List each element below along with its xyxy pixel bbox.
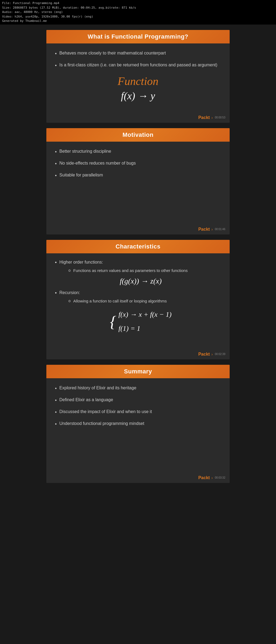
packt-logo: Packt: [198, 475, 210, 480]
slide2-bullet2: • No side-effects reduces number of bugs: [55, 160, 221, 168]
higher-order-formula: f(g(x)) → z(x): [60, 277, 221, 285]
slide3-body: • Higher order functions: o Functions as…: [46, 253, 230, 350]
slide1-header: What is Functional Programming?: [46, 30, 230, 43]
bullet-icon: •: [55, 290, 57, 296]
recursion-formula: { f(x) → x + f(x − 1) f(1) = 1: [60, 308, 221, 336]
function-display: Function f(x) → y: [55, 75, 221, 102]
slide2-title: Motivation: [52, 131, 224, 138]
slide2-header: Motivation: [46, 128, 230, 142]
bullet-icon: •: [55, 409, 57, 416]
slide4-bullet2: • Defined Elixir as a language: [55, 397, 221, 404]
higher-order-section: • Higher order functions: o Functions as…: [55, 260, 221, 286]
slide2-bullet-list: • Better structuring discipline • No sid…: [55, 148, 221, 179]
higher-order-sub1: o Functions as return values and as para…: [68, 268, 221, 274]
slide4-timestamp: 00:03:32: [215, 476, 225, 479]
slide4-title: Summary: [52, 368, 224, 375]
slide4-bullet4: • Understood functional programming mind…: [55, 420, 221, 428]
packt-chevron-icon: ›: [211, 352, 213, 356]
file-info-line3: Audio: aac, 48000 Hz, stereo (eng): [2, 10, 274, 15]
function-title: Function: [55, 75, 221, 88]
bullet-icon: •: [55, 397, 57, 404]
slide-characteristics: Characteristics • Higher order functions…: [46, 240, 230, 359]
higher-order-sub1-text: Functions as return values and as parame…: [73, 268, 188, 274]
packt-logo: Packt: [198, 227, 210, 232]
slide3-header: Characteristics: [46, 240, 230, 253]
slide3-timestamp: 00:02:39: [215, 353, 225, 356]
slide1-title: What is Functional Programming?: [52, 33, 224, 40]
function-formula: f(x) → y: [55, 90, 221, 102]
sub-bullet-icon: o: [68, 268, 71, 273]
slide2-timestamp: 00:01:46: [215, 228, 225, 231]
recursion-sub: o Allowing a function to call itself or …: [60, 298, 221, 336]
brace-formula-line2: f(1) = 1: [119, 322, 172, 336]
slide2-packt-area: Packt › 00:01:46: [46, 225, 230, 234]
slide-summary: Summary • Explored history of Elixir and…: [46, 365, 230, 483]
slide4-bullet4-text: Understood functional programming mindse…: [59, 420, 144, 427]
higher-order-sub-list: o Functions as return values and as para…: [68, 268, 221, 274]
brace-formulas: f(x) → x + f(x − 1) f(1) = 1: [119, 308, 172, 336]
bullet-icon: •: [55, 260, 57, 265]
file-info-bar: File: Functional Programming.mp4 Size: 2…: [0, 0, 276, 25]
slide-functional-programming: What is Functional Programming? • Behave…: [46, 30, 230, 123]
slide2-bullet1-text: Better structuring discipline: [59, 148, 111, 155]
slide4-bullet-list: • Explored history of Elixir and its her…: [55, 385, 221, 428]
slide1-body: • Behaves more closely to their mathemat…: [46, 43, 230, 113]
packt-chevron-icon: ›: [211, 227, 213, 231]
brace-formula-line1: f(x) → x + f(x − 1): [119, 308, 172, 322]
bullet-icon: •: [55, 62, 57, 69]
slide1-bullet2-text: Is a first-class citizen (i.e. can be re…: [59, 62, 217, 68]
slide4-packt-area: Packt › 00:03:32: [46, 473, 230, 483]
bullet-icon: •: [55, 421, 57, 428]
packt-chevron-icon: ›: [211, 115, 213, 120]
slide1-bullet1: • Behaves more closely to their mathemat…: [55, 50, 221, 57]
slide2-bullet2-text: No side-effects reduces number of bugs: [59, 160, 136, 166]
bullet-icon: •: [55, 160, 57, 168]
slide1-timestamp: 00:00:53: [215, 116, 225, 119]
brace-container: { f(x) → x + f(x − 1) f(1) = 1: [110, 308, 172, 336]
slide2-bullet1: • Better structuring discipline: [55, 148, 221, 156]
sub-bullet-icon: o: [68, 298, 71, 304]
slide1-packt-area: Packt › 00:00:53: [46, 113, 230, 123]
higher-order-sub: o Functions as return values and as para…: [60, 268, 221, 286]
slide3-packt-area: Packt › 00:02:39: [46, 350, 230, 359]
bullet-icon: •: [55, 50, 57, 57]
slide4-bullet2-text: Defined Elixir as a language: [59, 397, 113, 403]
slide4-bullet1-text: Explored history of Elixir and its herit…: [59, 385, 136, 391]
slide1-bullet1-text: Behaves more closely to their mathematic…: [59, 50, 166, 56]
bullet-icon: •: [55, 148, 57, 156]
packt-chevron-icon: ›: [211, 476, 213, 480]
slide2-bullet3-text: Suitable for parallelism: [59, 172, 103, 178]
recursion-sub1: o Allowing a function to call itself or …: [68, 298, 221, 304]
slide2-bullet3: • Suitable for parallelism: [55, 172, 221, 179]
slide4-bullet3-text: Discussed the impact of Elixir and when …: [59, 408, 152, 415]
file-info-line4: Video: h264, yuv420p, 1920x1080, 30.00 f…: [2, 15, 274, 19]
slide4-bullet1: • Explored history of Elixir and its her…: [55, 385, 221, 392]
bullet-icon: •: [55, 385, 57, 392]
recursion-section: • Recursion: o Allowing a function to ca…: [55, 290, 221, 336]
slide-motivation: Motivation • Better structuring discipli…: [46, 128, 230, 234]
slide4-header: Summary: [46, 365, 230, 378]
packt-logo: Packt: [198, 352, 210, 357]
slide1-bullet2: • Is a first-class citizen (i.e. can be …: [55, 62, 221, 69]
slide1-bullet-list: • Behaves more closely to their mathemat…: [55, 50, 221, 69]
file-info-line2: Size: 28860873 bytes (27.52 MiB), durati…: [2, 6, 274, 10]
file-info-line5: Generated by Thumbnail.me: [2, 19, 274, 23]
recursion-sub-list: o Allowing a function to call itself or …: [68, 298, 221, 304]
file-info-line1: File: Functional Programming.mp4: [2, 1, 274, 6]
slide4-body: • Explored history of Elixir and its her…: [46, 378, 230, 473]
bullet-icon: •: [55, 172, 57, 179]
packt-logo: Packt: [198, 115, 210, 120]
recursion-sub1-text: Allowing a function to call itself or lo…: [73, 298, 167, 304]
brace-icon: {: [110, 314, 116, 330]
slide3-title: Characteristics: [52, 243, 224, 250]
slide4-bullet3: • Discussed the impact of Elixir and whe…: [55, 408, 221, 416]
higher-order-label: Higher order functions:: [59, 260, 103, 265]
slide2-body: • Better structuring discipline • No sid…: [46, 142, 230, 225]
recursion-label: Recursion:: [59, 290, 80, 295]
